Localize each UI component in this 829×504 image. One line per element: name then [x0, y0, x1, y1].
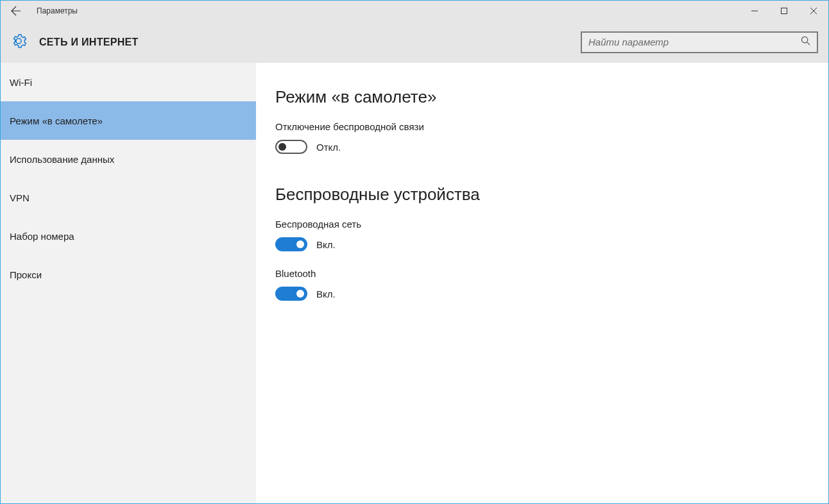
window-controls [740, 1, 828, 21]
maximize-icon [781, 8, 787, 14]
titlebar: Параметры [1, 1, 828, 21]
settings-window: Параметры СЕТЬ И ИНТЕРНЕТ [0, 0, 829, 504]
sidebar-item-wifi[interactable]: Wi-Fi [1, 63, 256, 101]
sidebar-item-data-usage[interactable]: Использование данных [1, 140, 256, 178]
body: Wi-Fi Режим «в самолете» Использование д… [1, 63, 828, 503]
bluetooth-label: Bluetooth [275, 268, 828, 279]
maximize-button[interactable] [769, 1, 799, 21]
airplane-toggle[interactable] [275, 140, 307, 154]
wifi-toggle-row: Вкл. [275, 237, 828, 251]
sidebar-item-proxy[interactable]: Прокси [1, 255, 256, 294]
sidebar-item-label: Wi-Fi [10, 77, 32, 88]
sidebar-item-label: VPN [10, 192, 30, 203]
search-input[interactable] [588, 37, 801, 47]
close-button[interactable] [799, 1, 828, 21]
bluetooth-toggle[interactable] [275, 287, 307, 301]
sidebar-item-airplane-mode[interactable]: Режим «в самолете» [1, 101, 256, 140]
arrow-left-icon [11, 6, 21, 16]
sidebar-item-vpn[interactable]: VPN [1, 178, 256, 217]
sidebar-item-label: Набор номера [10, 231, 74, 242]
search-box[interactable] [581, 31, 818, 53]
svg-point-2 [801, 37, 807, 42]
header: СЕТЬ И ИНТЕРНЕТ [1, 21, 828, 63]
section-title-wireless: Беспроводные устройства [275, 185, 828, 205]
sidebar-item-label: Режим «в самолете» [10, 115, 103, 126]
toggle-knob [296, 240, 304, 248]
airplane-toggle-row: Откл. [275, 140, 828, 154]
sidebar-item-dialup[interactable]: Набор номера [1, 217, 256, 255]
wifi-toggle[interactable] [275, 237, 307, 251]
wifi-label: Беспроводная сеть [275, 219, 828, 230]
main-content: Режим «в самолете» Отключение беспроводн… [256, 63, 828, 503]
toggle-knob [278, 143, 286, 151]
airplane-toggle-text: Откл. [316, 142, 341, 153]
window-title: Параметры [37, 6, 78, 15]
airplane-desc: Отключение беспроводной связи [275, 121, 828, 132]
search-icon [801, 36, 810, 48]
section-title-airplane: Режим «в самолете» [275, 87, 828, 107]
minimize-icon [751, 8, 758, 14]
minimize-button[interactable] [740, 1, 769, 21]
sidebar: Wi-Fi Режим «в самолете» Использование д… [1, 63, 256, 503]
svg-line-3 [807, 42, 810, 45]
sidebar-item-label: Прокси [10, 269, 42, 280]
wifi-toggle-text: Вкл. [316, 239, 336, 250]
bluetooth-toggle-text: Вкл. [316, 289, 336, 299]
bluetooth-toggle-row: Вкл. [275, 287, 828, 301]
toggle-knob [296, 290, 304, 298]
sidebar-item-label: Использование данных [10, 154, 114, 165]
svg-rect-1 [782, 8, 787, 14]
back-button[interactable] [1, 1, 31, 21]
settings-gear-icon[interactable] [11, 33, 26, 51]
page-title: СЕТЬ И ИНТЕРНЕТ [39, 37, 139, 48]
close-icon [810, 8, 817, 14]
